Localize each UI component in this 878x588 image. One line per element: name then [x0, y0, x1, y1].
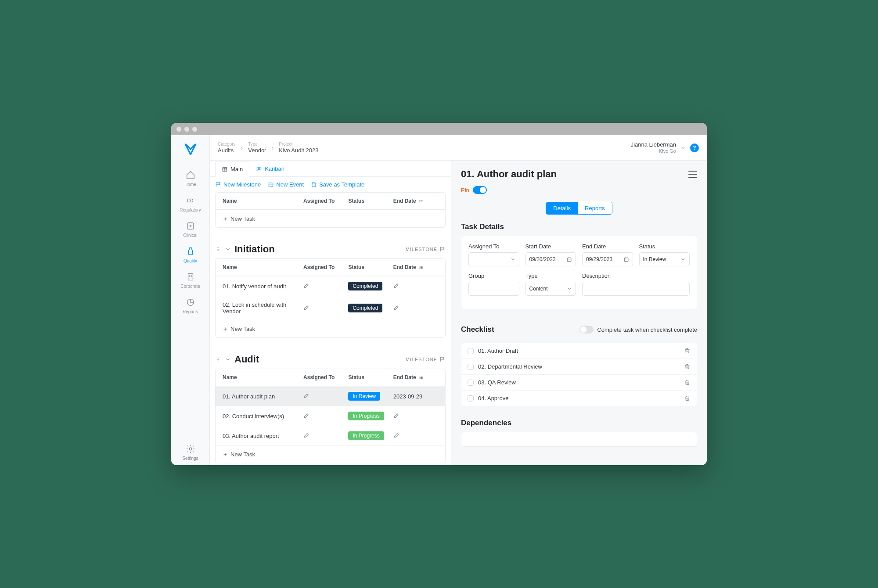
group-input[interactable]	[468, 282, 519, 296]
drag-handle-icon[interactable]	[215, 246, 221, 252]
edit-icon[interactable]	[303, 392, 310, 399]
chevron-down-icon[interactable]	[680, 145, 686, 151]
calendar-icon	[566, 257, 572, 262]
top-task-table: Name Assigned To Status End Date ↑≡ New …	[215, 192, 446, 228]
col-enddate[interactable]: End Date ↑≡	[393, 374, 438, 380]
checklist-complete-toggle[interactable]	[579, 326, 594, 333]
new-event-button[interactable]: New Event	[268, 181, 304, 188]
nav-home[interactable]: Home	[171, 166, 209, 191]
traffic-light-minimize[interactable]	[184, 127, 189, 132]
svg-point-14	[217, 247, 218, 248]
svg-point-17	[218, 247, 219, 248]
checklist-item-label: 02. Departmental Review	[478, 363, 542, 370]
nav-clinical[interactable]: Clinical	[171, 217, 209, 242]
edit-icon[interactable]	[303, 304, 310, 311]
table-row[interactable]: 02. Conduct interview(s) In Progress	[216, 406, 445, 426]
col-status[interactable]: Status	[348, 198, 393, 204]
col-name[interactable]: Name	[223, 374, 303, 380]
panel-menu-icon[interactable]	[688, 171, 697, 178]
trash-icon[interactable]	[684, 379, 691, 386]
trash-icon[interactable]	[684, 363, 691, 370]
tab-reports[interactable]: Reports	[578, 202, 612, 214]
checkbox[interactable]	[468, 395, 474, 402]
new-task-button[interactable]: New Task	[216, 210, 445, 227]
chevron-down-icon[interactable]	[225, 356, 231, 362]
status-badge: In Progress	[348, 412, 384, 420]
new-task-button[interactable]: New Task	[216, 320, 445, 337]
table-row[interactable]: 02. Lock in schedule with Vendor Complet…	[216, 296, 445, 320]
view-tabs: Main Kanban	[210, 161, 451, 177]
tab-kanban[interactable]: Kanban	[249, 161, 291, 176]
crumb-project[interactable]: Project Kivo Audit 2023	[279, 142, 318, 154]
trash-icon[interactable]	[684, 395, 691, 402]
checkbox[interactable]	[468, 380, 474, 386]
checklist-item[interactable]: 02. Departmental Review	[461, 359, 697, 375]
checklist-item[interactable]: 03. QA Review	[461, 375, 697, 391]
crumb-category[interactable]: Category Audits	[218, 142, 236, 154]
toolbar: New Milestone New Event Save as Template	[210, 177, 451, 192]
nav-corporate[interactable]: Corporate	[171, 268, 209, 293]
table-row[interactable]: 03. Author audit report In Progress	[216, 426, 445, 445]
svg-point-3	[189, 275, 190, 276]
help-button[interactable]: ?	[690, 143, 699, 152]
chevron-down-icon	[567, 286, 572, 291]
assigned-to-select[interactable]	[468, 252, 519, 266]
checklist-item[interactable]: 04. Approve	[461, 391, 697, 406]
edit-icon[interactable]	[393, 432, 400, 438]
checkbox[interactable]	[468, 348, 474, 354]
checkbox[interactable]	[468, 364, 474, 370]
col-assigned[interactable]: Assigned To	[303, 264, 348, 270]
checklist-item[interactable]: 01. Author Draft	[461, 343, 697, 359]
col-enddate[interactable]: End Date ↑≡	[393, 264, 438, 270]
svg-rect-9	[223, 167, 227, 171]
save-template-button[interactable]: Save as Template	[311, 181, 364, 188]
col-assigned[interactable]: Assigned To	[303, 374, 348, 380]
chevron-down-icon[interactable]	[225, 246, 231, 252]
nav-quality[interactable]: Quality	[171, 242, 209, 268]
nav-regulatory-label: Regulatory	[180, 208, 201, 212]
task-table: Name Assigned To Status End Date ↑≡ 01. …	[215, 369, 446, 463]
col-name[interactable]: Name	[223, 264, 303, 270]
svg-point-24	[218, 359, 219, 360]
type-select[interactable]: Content	[525, 282, 576, 296]
task-details-card: Assigned To Start Date 09/20/2023	[461, 236, 697, 309]
tab-main[interactable]: Main	[215, 161, 249, 177]
edit-icon[interactable]	[393, 282, 400, 289]
svg-rect-11	[259, 167, 259, 169]
pin-toggle[interactable]	[473, 186, 487, 194]
tab-details[interactable]: Details	[546, 202, 578, 214]
svg-point-16	[217, 251, 218, 251]
nav-regulatory[interactable]: Regulatory	[171, 191, 209, 217]
status-badge: In Progress	[348, 431, 384, 440]
traffic-light-close[interactable]	[176, 127, 181, 132]
edit-icon[interactable]	[303, 432, 310, 438]
nav-settings[interactable]: Settings	[171, 440, 209, 465]
col-name[interactable]: Name	[223, 198, 303, 204]
start-date-input[interactable]: 09/20/2023	[525, 252, 576, 266]
new-task-button[interactable]: New Task	[216, 445, 445, 463]
col-status[interactable]: Status	[348, 374, 393, 380]
task-details-heading: Task Details	[461, 222, 697, 231]
chevron-right-icon: ›	[241, 144, 243, 151]
sort-icon: ↑≡	[417, 265, 423, 270]
col-status[interactable]: Status	[348, 264, 393, 270]
drag-handle-icon[interactable]	[215, 356, 221, 362]
crumb-type[interactable]: Type Vendor	[248, 142, 266, 154]
svg-point-6	[191, 277, 191, 277]
new-milestone-button[interactable]: New Milestone	[215, 181, 261, 188]
edit-icon[interactable]	[393, 412, 400, 419]
table-row[interactable]: 01. Notify vendor of audit Completed	[216, 276, 445, 296]
col-assigned[interactable]: Assigned To	[303, 198, 348, 204]
trash-icon[interactable]	[684, 348, 691, 354]
end-date-input[interactable]: 09/29/2023	[582, 252, 633, 266]
table-row[interactable]: 01. Author audit plan In Review 2023-09-…	[216, 386, 445, 406]
col-enddate[interactable]: End Date ↑≡	[393, 198, 438, 204]
user-menu[interactable]: Jianna Lieberman Kivo Go	[631, 141, 676, 154]
edit-icon[interactable]	[303, 412, 310, 419]
traffic-light-zoom[interactable]	[192, 127, 197, 132]
nav-reports[interactable]: Reports	[171, 293, 209, 319]
edit-icon[interactable]	[303, 282, 310, 289]
description-input[interactable]	[582, 282, 690, 296]
edit-icon[interactable]	[393, 304, 400, 311]
status-select[interactable]: In Review	[639, 252, 690, 266]
